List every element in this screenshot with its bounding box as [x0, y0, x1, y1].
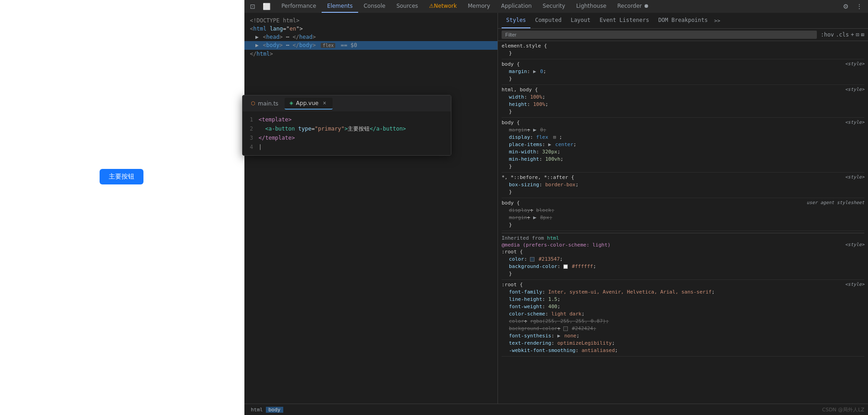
tab-network[interactable]: ⚠ Network: [423, 0, 462, 13]
style-source: <style>: [845, 242, 864, 247]
color-swatch: [530, 257, 535, 262]
tab-application[interactable]: Application: [496, 0, 537, 13]
styles-panel: Styles Computed Layout Event Listeners D…: [498, 13, 868, 404]
style-prop: display: flex ⊞ ;: [502, 134, 864, 141]
style-selector-root: :root {: [502, 249, 864, 255]
toggle-sidebar-icon[interactable]: ⊡: [856, 32, 859, 38]
inherited-from-label: Inherited from html: [502, 233, 864, 242]
style-prop: display: block;: [502, 207, 864, 214]
cls-button[interactable]: .cls: [836, 32, 849, 38]
page-preview: 主要按钮: [0, 0, 244, 415]
editor-tab-main-ts[interactable]: ⬡ main.ts: [246, 98, 283, 110]
style-source: <style>: [845, 120, 864, 125]
tab-performance[interactable]: Performance: [276, 0, 322, 13]
code-line-2: <a-button type="primary">主要按钮</a-button>: [259, 124, 447, 133]
styles-tab-computed[interactable]: Computed: [530, 13, 566, 28]
dom-line-html-close: </html>: [250, 50, 492, 58]
style-source: <style>: [845, 87, 864, 92]
vue-icon: ◈: [289, 100, 293, 106]
tab-elements[interactable]: Elements: [322, 0, 358, 13]
tab-close-icon[interactable]: ×: [321, 100, 328, 106]
styles-tab-dom-breakpoints[interactable]: DOM Breakpoints: [654, 13, 712, 28]
add-style-button[interactable]: +: [851, 32, 854, 38]
tab-sources[interactable]: Sources: [391, 0, 423, 13]
style-selector: element.style {: [502, 43, 864, 49]
styles-tab-styles[interactable]: Styles: [502, 13, 530, 28]
breadcrumb-body[interactable]: body: [266, 407, 284, 413]
tab-console[interactable]: Console: [358, 0, 391, 13]
style-prop: place-items: ▶ center;: [502, 141, 864, 148]
color-swatch: [563, 326, 568, 331]
style-source-ua: user agent stylesheet: [807, 200, 864, 205]
style-close: }: [502, 75, 864, 83]
styles-filter-row: :hov .cls + ⊡ ⊞: [498, 29, 868, 41]
style-prop: margin: ▶ 0;: [502, 68, 864, 75]
style-source: <style>: [845, 282, 864, 287]
editor-tab-bar: ⬡ main.ts ◈ App.vue ×: [243, 95, 451, 111]
style-close: }: [502, 50, 864, 57]
style-block-body-2: <style> body { margin: ▶ 0; display: fle…: [502, 120, 864, 173]
style-close: }: [502, 163, 864, 170]
style-close: }: [502, 189, 864, 196]
settings-icon[interactable]: ⚙: [841, 2, 851, 11]
style-selector: html, body {: [502, 87, 864, 93]
styles-tab-event-listeners[interactable]: Event Listeners: [595, 13, 654, 28]
styles-actions: :hov .cls + ⊡ ⊞: [820, 32, 864, 38]
dom-line-head[interactable]: ▶ <head> ⋯ </head>: [250, 33, 492, 41]
device-icon[interactable]: ⬜: [261, 2, 272, 11]
ts-icon: ⬡: [251, 100, 255, 106]
code-editor: ⬡ main.ts ◈ App.vue × 1 2 3 4 <template>…: [242, 95, 451, 156]
styles-tab-layout[interactable]: Layout: [566, 13, 595, 28]
style-selector: body {: [502, 120, 864, 126]
style-prop: text-rendering: optimizeLegibility;: [502, 340, 864, 347]
styles-content: element.style { } <style> body { margin:…: [498, 41, 868, 360]
style-prop: color-scheme: light dark;: [502, 310, 864, 318]
style-prop: font-synthesis: ▶ none;: [502, 332, 864, 340]
breadcrumb-html[interactable]: html: [248, 407, 266, 413]
inspect-icon[interactable]: ⊡: [248, 2, 257, 11]
styles-filter-input[interactable]: [502, 31, 817, 39]
editor-tab-app-vue[interactable]: ◈ App.vue ×: [285, 98, 332, 110]
style-selector: *, *::before, *::after {: [502, 174, 864, 180]
style-prop: margin: ▶ 0;: [502, 126, 864, 134]
style-prop: -webkit-font-smoothing: antialiased;: [502, 347, 864, 354]
primary-button[interactable]: 主要按钮: [100, 169, 143, 184]
editor-tab-app-vue-label: App.vue: [296, 100, 318, 106]
styles-tab-more[interactable]: >>: [714, 18, 720, 24]
style-prop: min-height: 100vh;: [502, 156, 864, 163]
style-block-root: <style> :root { font-family: Inter, syst…: [502, 282, 864, 357]
style-prop: background-color: #242424;: [502, 325, 864, 332]
style-block-universal: <style> *, *::before, *::after { box-siz…: [502, 174, 864, 198]
style-prop: box-sizing: border-box;: [502, 181, 864, 189]
editor-tab-main-ts-label: main.ts: [258, 100, 279, 107]
dom-panel: <!DOCTYPE html> <html lang="en"> ▶ <head…: [244, 13, 498, 404]
style-prop: color: #213547;: [502, 256, 864, 263]
tab-security[interactable]: Security: [537, 0, 571, 13]
style-selector: :root {: [502, 282, 864, 288]
devtools-icon-group: ⊡ ⬜: [248, 2, 272, 11]
style-prop: line-height: 1.5;: [502, 296, 864, 303]
flex-badge: flex: [321, 43, 335, 48]
code-line-3: </template>: [259, 133, 447, 142]
style-selector: @media (prefers-color-scheme: light): [502, 242, 864, 248]
style-close: }: [502, 108, 864, 116]
tab-memory[interactable]: Memory: [462, 0, 496, 13]
style-prop: background-color: #ffffff;: [502, 263, 864, 270]
dom-line-body[interactable]: ▶ <body> ⋯ </body> flex == $0: [244, 41, 498, 50]
style-selector: body {: [502, 61, 864, 67]
more-icon[interactable]: ⋮: [854, 2, 864, 11]
grid-icon[interactable]: ⊞: [861, 32, 864, 38]
editor-line-numbers: 1 2 3 4: [243, 115, 259, 152]
devtools-tabs: Performance Elements Console Sources ⚠ N…: [276, 0, 841, 13]
tab-recorder[interactable]: Recorder ⏺: [612, 0, 655, 13]
dollar-ref: == $0: [341, 42, 357, 48]
hov-button[interactable]: :hov: [820, 32, 834, 38]
style-block-html-body: <style> html, body { width: 100%; height…: [502, 87, 864, 118]
code-line-1: <template>: [259, 115, 447, 124]
style-block-body-1: <style> body { margin: ▶ 0; }: [502, 61, 864, 85]
style-close: }: [502, 270, 864, 278]
tab-lighthouse[interactable]: Lighthouse: [571, 0, 612, 13]
style-source: <style>: [845, 61, 864, 66]
code-line-4: [259, 142, 447, 152]
style-prop: height: 100%;: [502, 101, 864, 108]
